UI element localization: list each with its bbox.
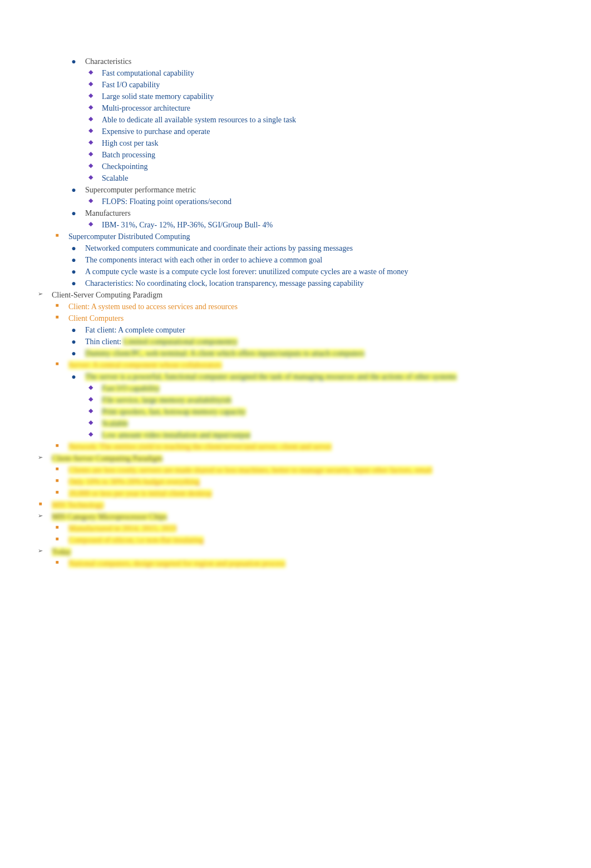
list-item-text: Only 10% to 30%-20% budget everything [64, 476, 558, 488]
text-content: A compute cycle waste is a compute cycle… [85, 267, 408, 276]
text-content: Clients are less costly, servers are mad… [68, 466, 432, 474]
list-item: ◆Able to dedicate all available system r… [33, 114, 558, 126]
list-item-text: Able to dedicate all available system re… [97, 114, 558, 126]
bullet-icon: ● [67, 184, 81, 196]
text-content: Checkpointing [102, 162, 147, 171]
list-item-text: Batch processing [97, 149, 558, 161]
bullet-icon: ■ [50, 558, 64, 566]
list-item-text: Client-Server Computing Paradigm [47, 453, 558, 464]
bullet-icon: ● [67, 336, 81, 348]
list-item-text: Server: A central component whose collab… [64, 359, 558, 371]
list-item-text: A compute cycle waste is a compute cycle… [81, 266, 558, 277]
list-item-text: Print spoolers, fast, hotswap memory cap… [97, 406, 558, 418]
list-item: ◆Scalable [33, 172, 558, 184]
list-item: ■20,000 or less per year is initial clie… [33, 488, 558, 499]
text-content: Scalable [102, 174, 128, 182]
bullet-icon: ■ [50, 534, 64, 543]
text-content: Scalable [102, 419, 128, 428]
bullet-icon: ◆ [83, 114, 97, 123]
list-item: ➢Client-Server Computing Paradigm [33, 289, 558, 301]
list-item: ■National computers, design targeted for… [33, 558, 558, 569]
list-item: ◆FLOPS: Floating point operations/second [33, 196, 558, 207]
list-item-text: Manufactured in 2014, 2015, 2019 [64, 523, 558, 534]
list-item: ●The server is a powerful, functional co… [33, 371, 558, 383]
list-item-text: MIS Category Microprocessor Chips [47, 511, 558, 523]
bullet-icon: ➢ [33, 546, 47, 555]
list-item-text: Client Computers [64, 313, 558, 324]
bullet-icon: ◆ [83, 418, 97, 427]
list-item-text: Dummy client/PC, web terminal: A client … [81, 348, 558, 359]
bullet-icon: ● [67, 242, 81, 254]
text-content: Server: A central component whose collab… [68, 361, 222, 369]
list-item: ◆Expensive to purchase and operate [33, 126, 558, 137]
bullet-icon: ◆ [83, 67, 97, 77]
bullet-icon: ■ [50, 359, 64, 368]
list-item: ●Supercomputer performance metric [33, 184, 558, 196]
bullet-icon: ■ [33, 499, 47, 508]
text-content: Characteristics: No coordinating clock, … [85, 279, 364, 287]
list-item-text: Fast computational capability [97, 67, 558, 79]
list-item-text: Scalable [97, 418, 558, 429]
list-item-text: File service, large memory availabilityi… [97, 394, 558, 406]
text-content: Fast I/O capability [102, 81, 160, 89]
bullet-icon: ■ [50, 476, 64, 484]
list-item: ◆Print spoolers, fast, hotswap memory ca… [33, 406, 558, 418]
list-item-text: Fat client: A complete computer [81, 324, 558, 336]
list-item: ■Clients are less costly, servers are ma… [33, 464, 558, 476]
list-item-text: Characteristics [81, 56, 558, 67]
bullet-icon: ◆ [83, 172, 97, 182]
list-item: ➢MIS Category Microprocessor Chips [33, 511, 558, 523]
list-item-text: Expensive to purchase and operate [97, 126, 558, 137]
text-content: 20,000 or less per year is initial clien… [68, 489, 212, 498]
list-item-text: Networked computers communicate and coor… [81, 242, 558, 254]
text-content: Expensive to purchase and operate [102, 127, 210, 136]
text-content: MIS Technology [52, 501, 104, 509]
text-content: National computers, design targeted for … [68, 559, 285, 568]
bullet-icon: ● [67, 324, 81, 336]
list-item: ◆Batch processing [33, 149, 558, 161]
text-content: Fast computational capability [102, 69, 194, 77]
bullet-icon: ➢ [33, 289, 47, 299]
list-item: ●Thin client: Limited computational comp… [33, 336, 558, 348]
text-content: Client Computers [68, 314, 124, 323]
text-content: Composed of silicon, i.e non-flat insula… [68, 536, 204, 544]
text-content: Networked computers communicate and coor… [85, 244, 353, 252]
list-item-text: Fast I/O capability [97, 79, 558, 91]
bullet-icon: ■ [50, 313, 64, 321]
list-item: ■Manufactured in 2014, 2015, 2019 [33, 523, 558, 534]
list-item: ■Network: The entities yield to reaching… [33, 441, 558, 453]
text-content: Characteristics [85, 57, 131, 66]
text-content: FLOPS: Floating point operations/second [102, 197, 232, 206]
bullet-icon: ◆ [83, 91, 97, 100]
bullet-icon: ■ [50, 301, 64, 309]
bullet-icon: ◆ [83, 219, 97, 229]
list-item: ◆Fast computational capability [33, 67, 558, 79]
bullet-icon: ● [67, 371, 81, 383]
bullet-icon: ■ [50, 523, 64, 531]
list-item: ●Characteristics: No coordinating clock,… [33, 277, 558, 289]
text-content: Able to dedicate all available system re… [102, 116, 296, 124]
list-item-text: Checkpointing [97, 161, 558, 172]
list-item: ■Client: A system used to access service… [33, 301, 558, 313]
bullet-icon: ◆ [83, 137, 97, 147]
bullet-icon: ◆ [83, 383, 97, 392]
text-content: Limited computational componentry [123, 338, 237, 346]
bullet-icon: ◆ [83, 149, 97, 158]
text-content: Dummy client/PC, web terminal: A client … [85, 349, 365, 358]
list-item: ◆Fast I/O capability [33, 79, 558, 91]
text-prefix: Thin client: [85, 338, 123, 346]
list-item: ➢Client-Server Computing Paradigm [33, 453, 558, 464]
bullet-icon: ◆ [83, 161, 97, 170]
list-item: ◆High cost per task [33, 137, 558, 149]
list-item-text: Client-Server Computing Paradigm [47, 289, 558, 301]
text-content: Client-Server Computing Paradigm [52, 291, 162, 299]
text-content: Client-Server Computing Paradigm [52, 454, 162, 463]
list-item: ◆File service, large memory availability… [33, 394, 558, 406]
text-content: Multi-processor architecture [102, 104, 190, 112]
list-item-text: Low amount video installation and input/… [97, 429, 558, 441]
text-content: Manufactured in 2014, 2015, 2019 [68, 524, 176, 533]
list-item-text: The components interact with each other … [81, 254, 558, 266]
list-item: ■Server: A central component whose colla… [33, 359, 558, 371]
text-content: File service, large memory availabilityi… [102, 396, 232, 404]
text-content: The server is a powerful, functional com… [85, 373, 457, 381]
